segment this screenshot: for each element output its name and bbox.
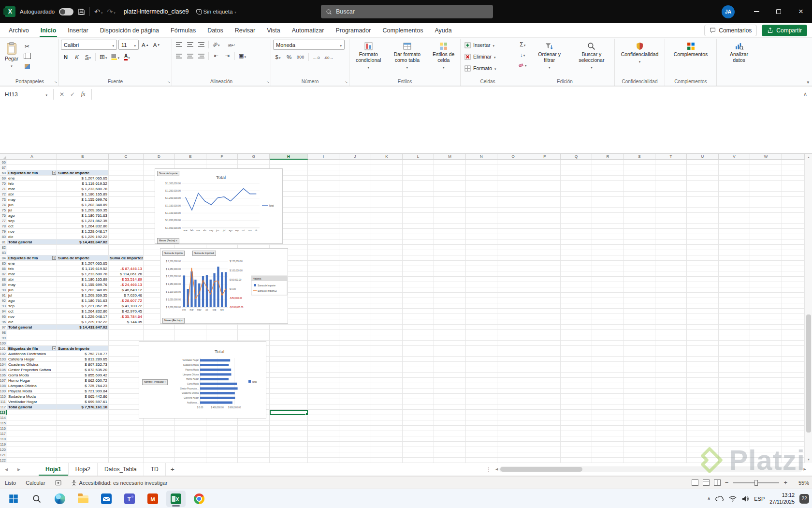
taskbar-microsoft-365-icon[interactable]: M (143, 491, 162, 507)
vertical-scrollbar[interactable]: ▲ ▼ (805, 154, 812, 463)
undo-icon[interactable]: ↶ (94, 8, 102, 15)
align-bottom-button[interactable] (196, 40, 206, 49)
pivot-chart-2-combo[interactable]: $ 1,300,000.00$ 1,250,000.00$ 1,200,000.… (160, 248, 288, 324)
format-cells-button[interactable]: Formato (463, 63, 513, 74)
volume-icon[interactable] (741, 495, 749, 502)
ribbon-tab-automatizar[interactable]: Automatizar (286, 23, 330, 37)
font-dialog-launcher-icon[interactable] (167, 80, 170, 84)
ribbon-tab-archivo[interactable]: Archivo (3, 23, 35, 37)
analyze-data-button[interactable]: Analizar datos (723, 40, 755, 64)
wrap-text-button[interactable] (227, 40, 236, 49)
ribbon-tab-disposicion-de-pagina[interactable]: Disposición de página (94, 23, 165, 37)
formula-bar-expanded[interactable] (0, 102, 812, 154)
underline-button[interactable]: S (83, 52, 93, 61)
decrease-decimal-button[interactable] (322, 52, 334, 61)
tray-expand-icon[interactable] (707, 496, 710, 501)
increase-font-button[interactable]: A▲ (140, 40, 150, 49)
ribbon-tab-formulas[interactable]: Fórmulas (165, 23, 202, 37)
name-box[interactable]: H113 (2, 89, 50, 100)
sheet-options-icon[interactable] (486, 463, 492, 476)
sheet-tab-hoja2[interactable]: Hoja2 (69, 463, 98, 476)
taskbar-teams-icon[interactable]: T (120, 491, 139, 507)
autosum-button[interactable] (517, 40, 528, 49)
cut-button[interactable] (22, 42, 32, 51)
italic-button[interactable]: K (72, 52, 82, 61)
number-format-select[interactable]: Moneda (273, 40, 345, 50)
formula-input[interactable] (95, 87, 798, 102)
decrease-font-button[interactable]: A▼ (152, 40, 162, 49)
taskbar-start-button[interactable] (4, 491, 23, 507)
ribbon-tab-revisar[interactable]: Revisar (229, 23, 261, 37)
scroll-down-icon[interactable]: ▼ (805, 456, 812, 463)
taskbar-excel-icon[interactable]: X (166, 491, 186, 507)
sheet-nav-left-icon[interactable]: ◀ (0, 463, 13, 476)
scroll-up-icon[interactable]: ▲ (805, 154, 812, 161)
save-icon[interactable] (78, 8, 85, 15)
align-left-button[interactable] (174, 51, 184, 60)
comma-format-button[interactable]: 000 (295, 52, 306, 61)
chart-field-button-meses-fecha[interactable]: Meses (Fecha) (157, 238, 179, 244)
percent-format-button[interactable]: % (284, 52, 294, 61)
taskbar-clock[interactable]: 13:12 27/11/2025 (769, 492, 795, 505)
pivot-chart-3-bar[interactable]: Total$ 0.00$ 400,000.00$ 800,000.00Venti… (139, 341, 266, 418)
comments-button[interactable]: Comentarios (704, 25, 757, 36)
pivot-chart-1-line[interactable]: Total$ 1,300,000.00$ 1,250,000.00$ 1,200… (155, 168, 283, 244)
taskbar-search-button[interactable] (27, 491, 46, 507)
chart-field-button-suma-de-importe[interactable]: Suma de Importe (162, 251, 185, 256)
autosave-toggle[interactable] (59, 8, 73, 15)
increase-indent-button[interactable] (222, 51, 232, 60)
zoom-level[interactable]: 55% (792, 480, 809, 486)
conditional-format-button[interactable]: Formato condicional (351, 40, 385, 71)
chart-field-button-suma-de-importe2[interactable]: Suma de Importe2 (192, 251, 216, 256)
format-as-table-button[interactable]: Dar formato como tabla (387, 40, 427, 71)
notification-badge[interactable]: 22 (799, 494, 809, 504)
ribbon-tab-programador[interactable]: Programador (330, 23, 377, 37)
horizontal-scrollbar[interactable]: ◀ ▶ (495, 465, 806, 473)
excel-app-icon[interactable] (5, 6, 15, 17)
language-indicator[interactable]: ESP (754, 496, 765, 502)
align-middle-button[interactable] (185, 40, 195, 49)
collapse-formula-bar-icon[interactable] (798, 87, 812, 102)
active-cell-selection[interactable] (270, 410, 308, 415)
alignment-dialog-launcher-icon[interactable] (266, 80, 269, 84)
account-avatar[interactable]: JA (722, 5, 735, 18)
chart-field-button-suma-de-importe[interactable]: Suma de Importe (157, 171, 179, 176)
redo-icon[interactable]: ↷ (107, 8, 116, 15)
decrease-indent-button[interactable] (211, 51, 221, 60)
zoom-in-button[interactable]: + (783, 479, 787, 486)
add-sheet-button[interactable]: + (166, 463, 179, 476)
ribbon-tab-vista[interactable]: Vista (261, 23, 286, 37)
taskbar-outlook-icon[interactable] (97, 491, 116, 507)
orientation-button[interactable] (211, 40, 221, 49)
sensitivity-button[interactable]: Confidencialidad (618, 40, 662, 65)
delete-cells-button[interactable]: Eliminar (463, 51, 513, 62)
status-calculate[interactable]: Calcular (21, 480, 50, 486)
taskbar-chrome-icon[interactable] (189, 491, 209, 507)
currency-format-button[interactable]: $ (273, 52, 283, 61)
document-title[interactable]: platzi-intermedio_clase9 (124, 8, 189, 15)
fill-button[interactable] (517, 50, 528, 59)
insert-cells-button[interactable]: Insertar (463, 40, 513, 50)
sensitivity-label-button[interactable]: Sin etiqueta (196, 9, 236, 15)
normal-view-icon[interactable] (692, 479, 698, 486)
ribbon-tab-inicio[interactable]: Inicio (35, 23, 62, 37)
sheet-nav-right-icon[interactable]: ▶ (13, 463, 25, 476)
borders-button[interactable] (98, 52, 108, 61)
ribbon-tab-insertar[interactable]: Insertar (62, 23, 94, 37)
find-select-button[interactable]: Buscar y seleccionar (571, 40, 612, 71)
number-dialog-launcher-icon[interactable] (345, 80, 348, 84)
macro-record-icon[interactable] (50, 480, 66, 486)
onedrive-icon[interactable] (715, 496, 724, 502)
maximize-button[interactable] (768, 0, 790, 23)
chart-field-button-nombre-producto[interactable]: Nombre_Producto (142, 379, 168, 385)
collapse-ribbon-icon[interactable] (807, 80, 809, 85)
cancel-icon[interactable]: ✕ (57, 89, 67, 100)
close-button[interactable] (790, 0, 812, 23)
copy-button[interactable] (22, 52, 32, 61)
bold-button[interactable]: N (61, 52, 71, 61)
increase-decimal-button[interactable] (311, 52, 321, 61)
search-box[interactable]: Buscar (321, 5, 493, 18)
align-top-button[interactable] (174, 40, 184, 49)
insert-function-icon[interactable]: fx (78, 89, 88, 100)
page-break-view-icon[interactable] (714, 479, 721, 486)
